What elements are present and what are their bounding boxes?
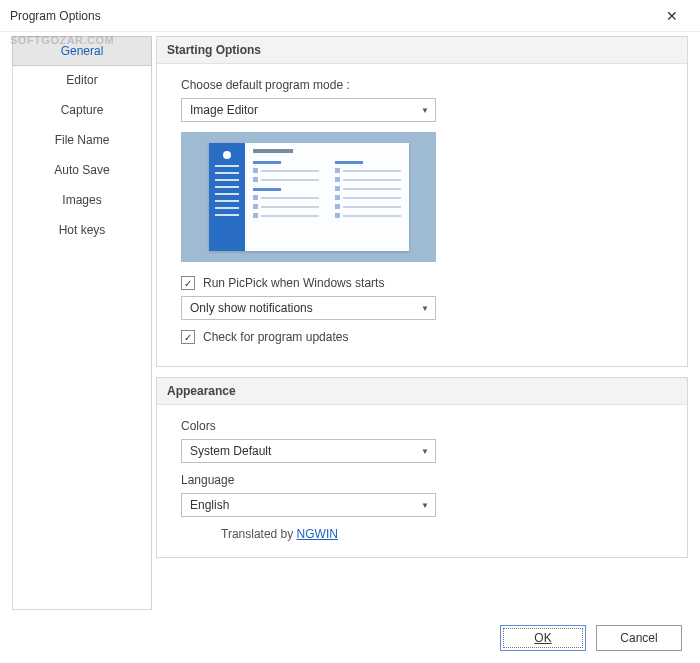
sidebar-item-label: Images <box>62 193 101 207</box>
tray-behavior-select[interactable]: Only show notifications ▼ <box>181 296 436 320</box>
sidebar-item-label: File Name <box>55 133 110 147</box>
titlebar: Program Options ✕ <box>0 0 700 32</box>
sidebar-item-images[interactable]: Images <box>13 185 151 215</box>
check-updates-label: Check for program updates <box>203 330 348 344</box>
translated-by-row: Translated by NGWIN <box>221 527 669 541</box>
language-select[interactable]: English ▼ <box>181 493 436 517</box>
sidebar: General Editor Capture File Name Auto Sa… <box>12 36 152 610</box>
ok-button-label: OK <box>534 631 551 645</box>
colors-label: Colors <box>181 419 669 433</box>
sidebar-item-editor[interactable]: Editor <box>13 65 151 95</box>
chevron-down-icon: ▼ <box>421 447 429 456</box>
sidebar-item-hotkeys[interactable]: Hot keys <box>13 215 151 245</box>
mode-label: Choose default program mode : <box>181 78 669 92</box>
run-at-start-row: ✓ Run PicPick when Windows starts <box>181 276 669 290</box>
preview-sidebar <box>209 143 245 251</box>
check-updates-checkbox[interactable]: ✓ <box>181 330 195 344</box>
run-at-start-label: Run PicPick when Windows starts <box>203 276 384 290</box>
preview-window <box>209 143 409 251</box>
chevron-down-icon: ▼ <box>421 501 429 510</box>
program-mode-select[interactable]: Image Editor ▼ <box>181 98 436 122</box>
appearance-header: Appearance <box>157 378 687 405</box>
cancel-button[interactable]: Cancel <box>596 625 682 651</box>
sidebar-item-label: Auto Save <box>54 163 109 177</box>
sidebar-item-general[interactable]: General <box>12 36 152 66</box>
close-button[interactable]: ✕ <box>652 2 692 30</box>
dialog-footer: OK Cancel <box>0 625 700 651</box>
sidebar-item-label: General <box>61 44 104 58</box>
language-value: English <box>190 498 229 512</box>
window-title: Program Options <box>10 9 101 23</box>
sidebar-item-filename[interactable]: File Name <box>13 125 151 155</box>
chevron-down-icon: ▼ <box>421 304 429 313</box>
translator-link[interactable]: NGWIN <box>297 527 338 541</box>
tray-behavior-value: Only show notifications <box>190 301 313 315</box>
language-label: Language <box>181 473 669 487</box>
sidebar-item-label: Hot keys <box>59 223 106 237</box>
sidebar-item-autosave[interactable]: Auto Save <box>13 155 151 185</box>
main-panel: Starting Options Choose default program … <box>152 36 688 610</box>
colors-select[interactable]: System Default ▼ <box>181 439 436 463</box>
sidebar-item-label: Editor <box>66 73 97 87</box>
chevron-down-icon: ▼ <box>421 106 429 115</box>
mode-preview-image <box>181 132 436 262</box>
ok-button[interactable]: OK <box>500 625 586 651</box>
translated-by-prefix: Translated by <box>221 527 297 541</box>
starting-options-group: Starting Options Choose default program … <box>156 36 688 367</box>
run-at-start-checkbox[interactable]: ✓ <box>181 276 195 290</box>
cancel-button-label: Cancel <box>620 631 657 645</box>
colors-value: System Default <box>190 444 271 458</box>
check-updates-row: ✓ Check for program updates <box>181 330 669 344</box>
preview-main <box>245 143 409 251</box>
content-area: General Editor Capture File Name Auto Sa… <box>0 32 700 610</box>
sidebar-item-label: Capture <box>61 103 104 117</box>
starting-options-header: Starting Options <box>157 37 687 64</box>
sidebar-item-capture[interactable]: Capture <box>13 95 151 125</box>
options-dialog: Program Options ✕ SOFTGOZAR.COM General … <box>0 0 700 663</box>
appearance-group: Appearance Colors System Default ▼ Langu… <box>156 377 688 558</box>
close-icon: ✕ <box>666 8 678 24</box>
program-mode-value: Image Editor <box>190 103 258 117</box>
